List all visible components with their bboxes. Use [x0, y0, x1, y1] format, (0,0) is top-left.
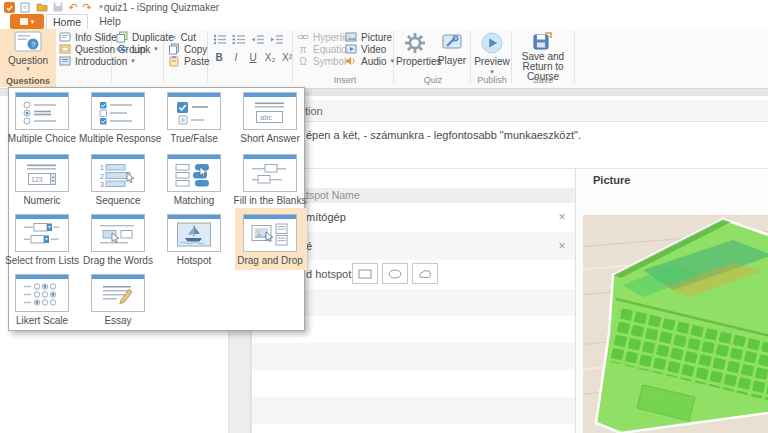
- tile-header-bar: [92, 215, 144, 219]
- ellipse-shape-icon: [386, 267, 404, 281]
- question-type-tile-sa[interactable]: abc: [243, 92, 297, 130]
- bold-button[interactable]: B: [213, 52, 225, 63]
- app-menu-button[interactable]: ▾: [10, 14, 44, 29]
- tab-home[interactable]: Home: [46, 14, 88, 29]
- add-ellipse-hotspot-button[interactable]: [382, 263, 408, 284]
- undo-icon[interactable]: ↶: [67, 1, 79, 13]
- question-type-label: Select from Lists: [3, 255, 81, 266]
- add-freeform-hotspot-button[interactable]: [412, 263, 438, 284]
- chevron-down-icon: ▾: [0, 66, 56, 72]
- titlebar: ↶ ↷ ▾ quiz1 - iSpring Quizmaker: [0, 0, 768, 14]
- question-type-tile-sel[interactable]: [15, 214, 69, 252]
- tf-icon: [174, 100, 214, 126]
- question-type-label: Drag and Drop: [231, 255, 309, 266]
- symbol-icon: Ω: [297, 56, 309, 67]
- link-button[interactable]: Link ▾: [116, 43, 174, 55]
- new-quiz-icon[interactable]: [19, 1, 31, 13]
- question-type-tile-tf[interactable]: [167, 92, 221, 130]
- dnd-icon: [250, 222, 290, 248]
- remove-hotspot-icon[interactable]: ×: [555, 232, 569, 260]
- question-type-tile-hot[interactable]: [167, 214, 221, 252]
- svg-text:abc: abc: [260, 113, 272, 122]
- decrease-indent-icon[interactable]: [251, 34, 265, 45]
- underline-button[interactable]: U: [247, 52, 259, 63]
- question-type-tile-essay[interactable]: [91, 274, 145, 312]
- paste-button[interactable]: Paste: [168, 55, 210, 67]
- rectangle-shape-icon: [356, 267, 374, 281]
- video-button[interactable]: Video: [345, 43, 394, 55]
- question-type-label: Sequence: [79, 195, 157, 206]
- video-icon: [345, 43, 357, 55]
- clipboard-group: ✂ Cut Copy Paste: [168, 31, 210, 67]
- app-menu-icon: [20, 18, 28, 25]
- question-type-label: Multiple Response: [79, 133, 157, 144]
- gear-icon: [404, 32, 426, 54]
- likert-icon: [22, 282, 62, 308]
- redo-icon[interactable]: ↷: [81, 1, 93, 13]
- question-button[interactable]: ? Question ▾: [0, 30, 56, 76]
- introduction-button[interactable]: Introduction ▾: [59, 55, 146, 67]
- tile-header-bar: [92, 155, 144, 159]
- publish-group-label: Publish: [474, 75, 510, 85]
- tab-help[interactable]: Help: [92, 14, 128, 29]
- picture-button[interactable]: Picture: [345, 31, 394, 43]
- hotspot-picture[interactable]: [583, 215, 768, 433]
- format-group: B I U X₂ X²: [213, 31, 293, 65]
- tile-header-bar: [244, 93, 296, 97]
- mc-icon: [22, 100, 62, 126]
- sa-icon: abc: [250, 100, 290, 126]
- scissors-icon: ✂: [168, 32, 176, 43]
- question-type-tile-match[interactable]: [167, 154, 221, 192]
- question-type-tile-dw[interactable]: [91, 214, 145, 252]
- preview-button[interactable]: Preview ▾: [474, 31, 510, 77]
- question-type-tile-num[interactable]: 123: [15, 154, 69, 192]
- equation-icon: π: [297, 44, 309, 55]
- audio-button[interactable]: Audio ▾: [345, 55, 394, 67]
- remove-hotspot-icon[interactable]: ×: [555, 203, 569, 232]
- bullet-list-icon[interactable]: [213, 34, 227, 45]
- open-icon[interactable]: [36, 1, 48, 13]
- duplicate-button[interactable]: Duplicate: [116, 31, 174, 43]
- question-type-label: Fill in the Blanks: [231, 195, 309, 206]
- properties-button[interactable]: Properties: [396, 31, 434, 67]
- hot-icon: [174, 222, 214, 248]
- empty-row: [252, 343, 575, 370]
- question-section-header: tion: [252, 100, 768, 122]
- tile-header-bar: [16, 215, 68, 219]
- increase-indent-icon[interactable]: [270, 34, 284, 45]
- chevron-down-icon: ▾: [131, 57, 135, 65]
- ribbon: Info Slide Question Group Introduction ▾…: [0, 29, 768, 89]
- numbered-list-icon[interactable]: [232, 34, 246, 45]
- question-type-label: Short Answer: [231, 133, 309, 144]
- player-button[interactable]: Player: [436, 31, 468, 66]
- question-type-tile-fib[interactable]: [243, 154, 297, 192]
- superscript-button[interactable]: X²: [281, 52, 293, 63]
- question-type-tile-mr[interactable]: [91, 92, 145, 130]
- picture-icon: [345, 31, 357, 43]
- svg-text:2: 2: [100, 173, 104, 180]
- subscript-button[interactable]: X₂: [264, 52, 276, 63]
- hyperlink-icon: [297, 31, 309, 43]
- ispring-quizmaker-window: ↶ ↷ ▾ quiz1 - iSpring Quizmaker ▾ Home H…: [0, 0, 768, 433]
- question-type-label: Likert Scale: [3, 315, 81, 326]
- chevron-down-icon: ▾: [154, 45, 158, 53]
- tile-header-bar: [168, 93, 220, 97]
- add-rectangle-hotspot-button[interactable]: [352, 263, 378, 284]
- question-type-tile-seq[interactable]: 123: [91, 154, 145, 192]
- question-type-tile-likert[interactable]: [15, 274, 69, 312]
- italic-button[interactable]: I: [230, 52, 242, 63]
- tile-header-bar: [244, 215, 296, 219]
- save-icon[interactable]: [52, 1, 64, 13]
- question-type-tile-dnd[interactable]: [243, 214, 297, 252]
- copy-button[interactable]: Copy: [168, 43, 210, 55]
- hotspot-name[interactable]: mítógép: [306, 203, 346, 232]
- question-type-tile-mc[interactable]: [15, 92, 69, 130]
- tile-header-bar: [92, 275, 144, 279]
- tile-header-bar: [92, 93, 144, 97]
- cut-button[interactable]: ✂ Cut: [168, 31, 210, 43]
- link-icon: [116, 43, 128, 55]
- question-text[interactable]: épen a két, - számunkra - legfontosabb "…: [306, 129, 581, 141]
- question-form: tion épen a két, - számunkra - legfontos…: [252, 96, 768, 433]
- player-icon: [441, 33, 463, 53]
- save-group-label: Save: [512, 75, 574, 85]
